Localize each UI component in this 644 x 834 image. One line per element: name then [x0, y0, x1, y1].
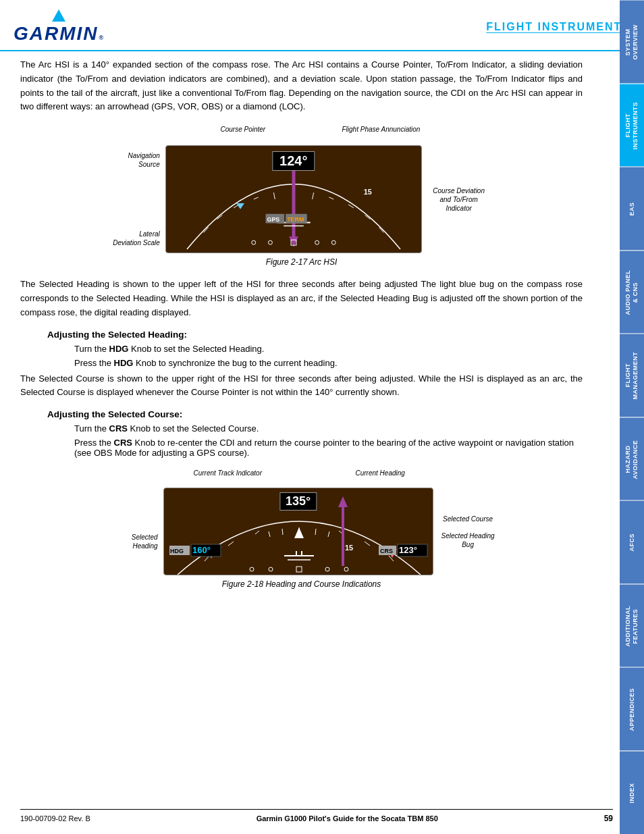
svg-text:123°: 123°	[399, 545, 417, 555]
arc-hsi-display: 15 GPS	[165, 145, 422, 253]
svg-rect-58	[296, 567, 302, 572]
svg-line-9	[273, 192, 275, 199]
sidebar-item-appendices[interactable]: APPENDICES	[620, 667, 644, 751]
page-header: GARMIN® FLIGHT INSTRUMENTS	[0, 0, 644, 51]
sidebar-tab-label: SYSTEMOVERVIEW	[624, 24, 639, 59]
svg-marker-41	[294, 527, 304, 538]
figure-2-18-container: Current Track Indicator Current Heading …	[20, 469, 583, 589]
fig2-caption: Figure 2-18 Heading and Course Indicatio…	[20, 579, 583, 589]
course-pointer-label: Course Pointer	[221, 125, 266, 134]
svg-marker-40	[338, 496, 348, 507]
arc-hsi-display2: 15	[163, 488, 433, 575]
sidebar-item-system-overview[interactable]: SYSTEMOVERVIEW	[620, 0, 644, 84]
logo-triangle-icon	[52, 9, 65, 22]
sidebar-tab-label: FLIGHTMANAGEMENT	[624, 352, 639, 400]
svg-line-37	[328, 531, 329, 537]
svg-line-5	[365, 215, 370, 219]
svg-rect-23	[291, 240, 296, 245]
svg-text:GPS: GPS	[267, 216, 279, 223]
flight-phase-label: Flight Phase Annunciation	[342, 125, 421, 134]
svg-text:HDG: HDG	[170, 548, 184, 554]
selected-heading-paragraph: The Selected Heading is shown to the upp…	[20, 278, 583, 319]
svg-marker-26	[236, 203, 244, 209]
footer-title: Garmin G1000 Pilot's Guide for the Socat…	[257, 814, 438, 823]
svg-line-0	[203, 228, 208, 233]
adjust-course-step2: Press the CRS Knob to re-center the CDI …	[74, 438, 583, 458]
svg-line-34	[282, 529, 283, 535]
svg-line-36	[269, 531, 270, 537]
intro-paragraph: The Arc HSI is a 140° expanded section o…	[20, 58, 583, 114]
sidebar: SYSTEMOVERVIEW FLIGHTINSTRUMENTS EAS AUD…	[620, 0, 644, 834]
sidebar-item-hazard-avoidance[interactable]: HAZARDAVOIDANCE	[620, 417, 644, 501]
svg-line-29	[255, 531, 259, 534]
svg-text:160°: 160°	[192, 545, 211, 555]
sidebar-item-flight-management[interactable]: FLIGHTMANAGEMENT	[620, 334, 644, 417]
adjust-course-heading: Adjusting the Selected Course:	[47, 409, 583, 419]
svg-point-21	[252, 240, 256, 244]
adjust-heading-step1: Turn the HDG Knob to set the Selected He…	[74, 344, 583, 354]
sidebar-item-index[interactable]: INDEX	[620, 751, 644, 835]
svg-text:15: 15	[345, 544, 353, 552]
sidebar-item-eas[interactable]: EAS	[620, 167, 644, 251]
logo-text: GARMIN	[14, 23, 99, 45]
svg-line-6	[348, 205, 354, 208]
course-dev-label: Course Deviation and To/From Indicator	[427, 186, 491, 213]
selected-course-paragraph: The Selected Course is shown to the uppe…	[20, 372, 583, 400]
svg-line-3	[254, 197, 259, 199]
sidebar-tab-label: INDEX	[628, 783, 635, 803]
fig1-caption: Figure 2-17 Arc HSI	[20, 257, 583, 267]
lateral-dev-label: Lateral Deviation Scale	[113, 230, 160, 247]
svg-line-28	[228, 542, 234, 546]
logo-area: GARMIN®	[14, 9, 103, 45]
svg-line-10	[312, 192, 313, 199]
sidebar-tab-label: AFCS	[628, 533, 635, 552]
footer-doc-number: 190-00709-02 Rev. B	[20, 814, 90, 823]
svg-line-2	[234, 205, 239, 208]
svg-point-22	[268, 240, 272, 244]
svg-point-60	[344, 567, 348, 571]
footer-page-number: 59	[604, 814, 613, 823]
sidebar-tab-label: FLIGHTINSTRUMENTS	[624, 102, 639, 150]
sidebar-tab-label: HAZARDAVOIDANCE	[624, 440, 639, 479]
sidebar-item-afcs[interactable]: AFCS	[620, 500, 644, 584]
adjust-heading-heading: Adjusting the Selected Heading:	[47, 330, 583, 340]
svg-line-35	[315, 529, 316, 535]
sidebar-item-audio-panel[interactable]: AUDIO PANEL& CNS	[620, 251, 644, 334]
svg-point-25	[331, 240, 336, 244]
sidebar-item-flight-instruments[interactable]: FLIGHTINSTRUMENTS	[620, 84, 644, 167]
heading-number: 124°	[272, 151, 315, 171]
svg-line-1	[217, 215, 222, 219]
page-footer: 190-00709-02 Rev. B Garmin G1000 Pilot's…	[20, 809, 613, 823]
sidebar-tab-label: EAS	[628, 202, 635, 215]
current-track-label: Current Track Indicator	[194, 469, 263, 477]
svg-marker-14	[289, 236, 298, 247]
garmin-logo: GARMIN®	[14, 9, 103, 45]
selected-heading-bug-label: Selected Heading Bug	[439, 531, 498, 549]
sidebar-tab-label: APPENDICES	[628, 688, 635, 731]
svg-point-59	[325, 567, 329, 571]
page-title: FLIGHT INSTRUMENTS	[486, 21, 630, 33]
svg-text:CRS: CRS	[380, 548, 393, 554]
svg-point-24	[315, 240, 319, 244]
adjust-heading-step2: Press the HDG Knob to synchronize the bu…	[74, 358, 583, 368]
sidebar-tab-label: ADDITIONALFEATURES	[624, 606, 639, 647]
adjust-course-step1: Turn the CRS Knob to set the Selected Co…	[74, 423, 583, 434]
current-heading-label: Current Heading	[356, 469, 405, 477]
figure-2-17-container: Course Pointer Flight Phase Annunciation…	[20, 125, 583, 267]
svg-text:TERM: TERM	[287, 216, 304, 223]
nav-source-label: Navigation Source	[113, 151, 160, 169]
fig2-outer: Current Track Indicator Current Heading …	[106, 469, 498, 575]
fig1-outer: Course Pointer Flight Phase Annunciation…	[113, 125, 491, 253]
svg-text:15: 15	[363, 188, 371, 196]
selected-course-right-label: Selected Course	[439, 515, 498, 523]
selected-heading-left-label: Selected Heading	[106, 533, 158, 550]
svg-point-56	[250, 567, 254, 571]
svg-rect-19	[286, 214, 307, 224]
svg-line-32	[365, 542, 370, 546]
sidebar-item-additional-features[interactable]: ADDITIONALFEATURES	[620, 584, 644, 668]
svg-point-57	[269, 567, 273, 571]
svg-line-4	[379, 228, 383, 233]
current-heading-number: 135°	[279, 492, 317, 511]
svg-rect-17	[265, 214, 284, 224]
main-content: The Arc HSI is a 140° expanded section o…	[0, 51, 620, 613]
